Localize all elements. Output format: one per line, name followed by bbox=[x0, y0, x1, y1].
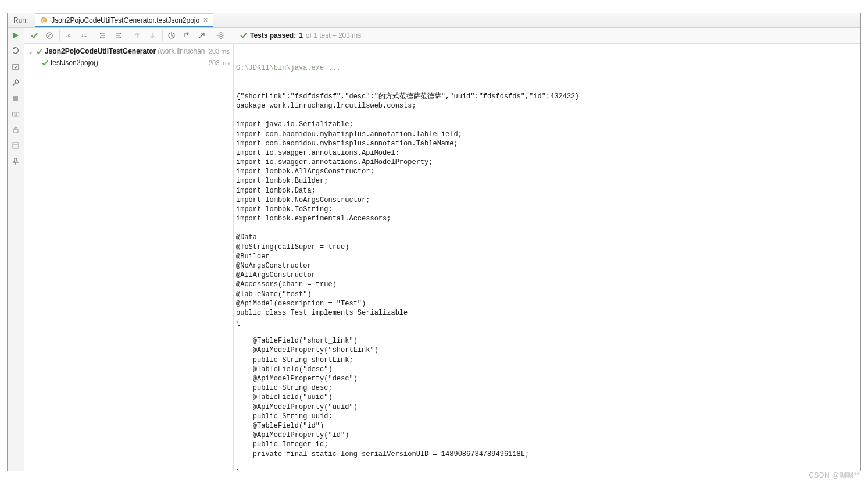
wrench-icon[interactable] bbox=[11, 77, 21, 87]
console-line: import lombok.experimental.Accessors; bbox=[236, 214, 858, 223]
console-line: import com.baomidou.mybatisplus.annotati… bbox=[236, 130, 858, 139]
console-line bbox=[236, 223, 858, 233]
console-line: public String uuid; bbox=[236, 412, 858, 421]
chevron-down-icon[interactable]: ⌄ bbox=[28, 48, 36, 55]
export-icon[interactable] bbox=[11, 124, 21, 134]
console-line: import lombok.ToString; bbox=[236, 205, 858, 214]
toggle-auto-test-icon[interactable] bbox=[11, 62, 21, 72]
tree-root-duration: 203 ms bbox=[205, 48, 230, 55]
status-check-icon bbox=[240, 32, 247, 39]
test-tree-child[interactable]: testJson2pojo() 203 ms bbox=[24, 57, 233, 69]
console-line: @ToString(callSuper = true) bbox=[236, 243, 858, 252]
settings-icon[interactable] bbox=[215, 29, 227, 42]
console-line: @TableField("short_link") bbox=[236, 336, 858, 346]
svg-text:↓⏱: ↓⏱ bbox=[81, 33, 88, 38]
console-line: import lombok.Data; bbox=[236, 186, 858, 195]
content-split: ⌄ Json2PojoCodeUtilTestGenerator (work.l… bbox=[24, 44, 860, 471]
tree-root-detail: (work.linruchan bbox=[158, 47, 205, 55]
status-prefix-text: Tests passed: bbox=[250, 31, 296, 40]
console-output[interactable]: G:\JDK11\bin\java.exe ... {"shortLink":"… bbox=[234, 44, 860, 471]
console-command-line: G:\JDK11\bin\java.exe ... bbox=[236, 63, 858, 73]
tree-child-label: testJson2pojo() bbox=[51, 59, 98, 67]
run-icon[interactable] bbox=[11, 30, 21, 40]
test-toolbar: ↓a ↓⏱ bbox=[24, 28, 860, 44]
console-line bbox=[236, 327, 858, 336]
console-line: } bbox=[236, 468, 858, 471]
console-line: import io.swagger.annotations.ApiModel; bbox=[236, 148, 858, 158]
select-first-failed-icon[interactable] bbox=[180, 29, 193, 42]
watermark-text: CSDN @嗯嗯** bbox=[809, 471, 860, 481]
console-line: {"shortLink":"fsdfdsfdsf","desc":"的方式范德萨… bbox=[236, 92, 858, 101]
console-line: package work.linruchang.lrcutilsweb.cons… bbox=[236, 101, 858, 111]
test-file-icon: () bbox=[40, 16, 48, 24]
console-line: public String desc; bbox=[236, 383, 858, 393]
console-line: { bbox=[236, 318, 858, 327]
tree-root-label: Json2PojoCodeUtilTestGenerator bbox=[45, 47, 156, 55]
console-line: @Accessors(chain = true) bbox=[236, 280, 858, 289]
open-in-new-icon[interactable] bbox=[195, 29, 208, 42]
console-line: import com.baomidou.mybatisplus.annotati… bbox=[236, 139, 858, 148]
test-pass-icon bbox=[42, 60, 48, 66]
console-line: @ApiModelProperty("shortLink") bbox=[236, 346, 858, 355]
console-line: import java.io.Serializable; bbox=[236, 120, 858, 129]
run-config-tab[interactable]: () Json2PojoCodeUtilTestGenerator.testJs… bbox=[35, 13, 213, 27]
console-line: @TableField("id") bbox=[236, 421, 858, 430]
svg-rect-3 bbox=[13, 96, 18, 101]
layout-icon[interactable] bbox=[11, 140, 21, 150]
console-line: @Builder bbox=[236, 252, 858, 261]
svg-text:↓a: ↓a bbox=[66, 33, 71, 38]
test-tree-root[interactable]: ⌄ Json2PojoCodeUtilTestGenerator (work.l… bbox=[24, 45, 233, 57]
prev-failed-icon[interactable] bbox=[131, 29, 144, 42]
status-suffix-text: of 1 test – 203 ms bbox=[306, 31, 361, 40]
status-count-text: 1 bbox=[299, 31, 303, 40]
svg-line-10 bbox=[48, 34, 52, 38]
show-ignored-icon[interactable] bbox=[43, 29, 56, 42]
camera-icon[interactable] bbox=[11, 109, 21, 119]
console-line: @AllArgsConstructor bbox=[236, 271, 858, 280]
expand-all-icon[interactable] bbox=[97, 29, 109, 42]
test-tree-panel[interactable]: ⌄ Json2PojoCodeUtilTestGenerator (work.l… bbox=[24, 44, 234, 471]
tab-label: Json2PojoCodeUtilTestGenerator.testJson2… bbox=[51, 16, 199, 24]
console-line: public class Test implements Serializabl… bbox=[236, 308, 858, 318]
console-line: import io.swagger.annotations.ApiModelPr… bbox=[236, 158, 858, 167]
run-tool-window: Run: () Json2PojoCodeUtilTestGenerator.t… bbox=[7, 13, 861, 471]
console-line: import lombok.AllArgsConstructor; bbox=[236, 167, 858, 176]
console-line: import lombok.Builder; bbox=[236, 176, 858, 186]
svg-point-14 bbox=[220, 34, 222, 37]
tab-bar: Run: () Json2PojoCodeUtilTestGenerator.t… bbox=[8, 13, 860, 28]
toolwindow-title: Run: bbox=[10, 16, 31, 24]
next-failed-icon[interactable] bbox=[146, 29, 159, 42]
console-line: @ApiModelProperty("id") bbox=[236, 430, 858, 440]
console-line: public String shortLink; bbox=[236, 355, 858, 365]
console-line: @ApiModelProperty("uuid") bbox=[236, 403, 858, 412]
import-tests-icon[interactable] bbox=[165, 29, 178, 42]
pin-icon[interactable] bbox=[11, 156, 21, 166]
console-line bbox=[236, 459, 858, 468]
rerun-failed-icon[interactable] bbox=[11, 46, 21, 56]
sort-duration-icon[interactable]: ↓⏱ bbox=[77, 29, 90, 42]
console-line: private final static long serialVersionU… bbox=[236, 450, 858, 459]
console-line: @TableField("uuid") bbox=[236, 393, 858, 402]
svg-rect-7 bbox=[13, 143, 19, 148]
console-line: @TableName("test") bbox=[236, 290, 858, 299]
left-action-rail bbox=[8, 28, 24, 471]
sort-alpha-icon[interactable]: ↓a bbox=[62, 29, 75, 42]
collapse-all-icon[interactable] bbox=[112, 29, 124, 42]
console-line: @ApiModel(description = "Test") bbox=[236, 299, 858, 308]
center-column: ↓a ↓⏱ bbox=[24, 28, 860, 471]
svg-text:(): () bbox=[42, 17, 46, 23]
console-line: import lombok.NoArgsConstructor; bbox=[236, 195, 858, 205]
main-area: ↓a ↓⏱ bbox=[8, 28, 860, 471]
console-line: @NoArgsConstructor bbox=[236, 261, 858, 271]
close-icon[interactable]: ✕ bbox=[203, 16, 208, 24]
console-line bbox=[236, 111, 858, 120]
stop-icon[interactable] bbox=[11, 93, 21, 103]
console-line: public Integer id; bbox=[236, 440, 858, 449]
console-line: @TableField("desc") bbox=[236, 365, 858, 374]
show-passed-icon[interactable] bbox=[28, 29, 41, 42]
test-pass-icon bbox=[36, 48, 42, 55]
svg-point-5 bbox=[15, 113, 17, 115]
tree-child-duration: 203 ms bbox=[205, 59, 230, 66]
console-line: @ApiModelProperty("desc") bbox=[236, 374, 858, 383]
test-status-message: Tests passed: 1 of 1 test – 203 ms bbox=[240, 31, 361, 40]
